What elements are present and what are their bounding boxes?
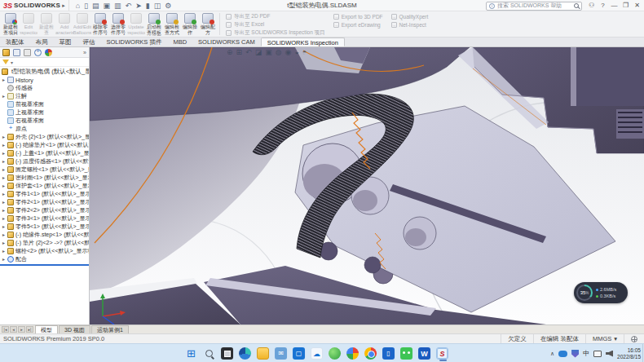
export-menu-item[interactable]: → Net-Inspect xyxy=(391,21,429,29)
save-icon[interactable]: ▣ xyxy=(104,2,111,10)
tab-scroll-icon[interactable]: ▸| xyxy=(26,326,33,333)
document-tab[interactable]: 3D 视图 xyxy=(59,325,90,333)
chrome-icon[interactable] xyxy=(364,347,377,360)
ribbon-tab[interactable]: 布局 xyxy=(30,38,54,46)
ime-language-indicator[interactable]: 中 xyxy=(583,349,589,358)
logo-expand-icon[interactable]: ▸ xyxy=(62,2,65,9)
close-icon[interactable]: ✕ xyxy=(632,1,642,11)
scene-settings-icon[interactable]: ◓ xyxy=(302,47,307,58)
export-menu-item[interactable]: → QualityXpert xyxy=(391,13,429,20)
tree-item[interactable]: ▸ (-) 垫片 (2)<2> ->? (默认<<默认> xyxy=(0,239,89,247)
configuration-manager-tab-icon[interactable] xyxy=(24,49,31,56)
ribbon-tab[interactable]: MBD xyxy=(167,38,192,46)
ribbon-tab[interactable]: SOLIDWORKS CAM xyxy=(192,38,261,46)
viewport-layout-icon[interactable]: ◫ xyxy=(154,2,161,10)
security-shield-icon[interactable] xyxy=(571,350,579,358)
assembly-root-node[interactable]: t型铠装热电偶 (默认<默认_显示状态-1>) xyxy=(0,67,89,76)
ribbon-button[interactable]: 选择零件序号 xyxy=(109,12,127,36)
export-menu-item[interactable]: → 导出至 2D PDF xyxy=(226,13,325,20)
ribbon-tab[interactable]: 装配体 xyxy=(0,38,30,46)
search-icon[interactable] xyxy=(574,3,579,8)
ribbon-button[interactable]: 启动检查模板编辑器 xyxy=(145,12,163,36)
feature-tree-tab-icon[interactable] xyxy=(2,49,10,56)
inspection-status-icon[interactable]: ▮ xyxy=(146,2,150,10)
view-orientation-icon[interactable]: ▣ xyxy=(265,47,272,58)
display-style-icon[interactable]: ◍ xyxy=(276,47,282,58)
select-arrow-icon[interactable]: ➤ xyxy=(135,2,142,10)
green-app-icon[interactable] xyxy=(329,347,341,360)
ribbon-button[interactable]: Edit Inspection Project xyxy=(20,12,37,36)
ribbon-tab[interactable]: 评估 xyxy=(77,38,101,46)
tree-item[interactable]: 右视基准面 xyxy=(0,117,89,125)
onedrive-icon[interactable]: ☁ xyxy=(311,347,323,360)
search-button[interactable] xyxy=(203,347,215,360)
tree-item[interactable]: ▸ 外壳 (2)<1> (默认<<默认>_显示状态 xyxy=(0,133,89,141)
edit-appearance-icon[interactable]: ◒ xyxy=(294,47,298,58)
mail-icon[interactable]: ✉ xyxy=(275,347,287,360)
restore-icon[interactable]: ❐ xyxy=(620,1,631,11)
tree-item[interactable]: ▸ 零件3<1> (默认<<默认>_显示状态 xyxy=(0,214,89,223)
speaker-tray-icon[interactable] xyxy=(606,351,613,357)
minimize-icon[interactable]: — xyxy=(609,1,620,11)
undo-icon[interactable]: ↶ xyxy=(126,2,132,10)
ribbon-button[interactable]: Update Inspection Project xyxy=(127,12,145,36)
tree-item[interactable]: ▸ (-) 上盖<1> (默认<<默认>_显示状态 xyxy=(0,149,89,157)
ribbon-tab[interactable]: SOLIDWORKS Inspection xyxy=(261,38,345,46)
ribbon-button[interactable]: 新建检查 xyxy=(37,12,55,36)
new-document-icon[interactable]: ▯ xyxy=(84,2,88,10)
tree-item[interactable]: ▸ 零件5<1> (默认<<默认>_显示状态 xyxy=(0,223,89,231)
ribbon-button[interactable]: 编辑检查方式 xyxy=(163,12,181,36)
file-explorer-icon[interactable] xyxy=(257,347,269,360)
zoom-area-icon[interactable]: ⊞ xyxy=(236,47,243,58)
tree-item[interactable]: ▸ 零件1<1> (默认<<默认>_显示状态 xyxy=(0,190,89,198)
store-icon[interactable]: ▢ xyxy=(293,347,305,360)
tree-item[interactable]: ▸ 注解 xyxy=(0,92,89,100)
more-tabs-icon[interactable]: » xyxy=(83,50,86,55)
start-button[interactable]: ⊞ xyxy=(185,347,197,360)
dimxpert-manager-tab-icon[interactable] xyxy=(34,49,42,56)
tree-item[interactable]: ▸ 零件2<1> (默认<<默认>_显示状态 xyxy=(0,198,89,206)
ribbon-button[interactable]: 新建检查项目 (amp;N) xyxy=(2,12,20,36)
units-selector[interactable]: MMGS ▾ xyxy=(585,334,624,343)
display-manager-tab-icon[interactable] xyxy=(45,49,52,56)
edge-icon[interactable] xyxy=(239,347,251,360)
ribbon-tab[interactable]: 草图 xyxy=(54,38,77,46)
previous-view-icon[interactable]: ↶ xyxy=(245,47,252,58)
user-login-icon[interactable]: ⚇ xyxy=(586,1,597,11)
document-tab[interactable]: 模型 xyxy=(35,325,58,333)
network-speed-widget[interactable]: 35% 2.6MB/s 0.3KB/s xyxy=(574,282,628,303)
tree-item[interactable]: ▸ 螺栓<2> (默认<<默认>_显示状态 xyxy=(0,247,89,255)
tree-item[interactable]: 上视基准面 xyxy=(0,108,89,117)
export-menu-item[interactable]: → Export eDrawing xyxy=(333,21,383,29)
ribbon-button[interactable]: 编辑操作 xyxy=(181,12,199,36)
tree-item[interactable]: ▸ 密封圈<1> (默认<<默认>_显示状态 xyxy=(0,174,89,182)
tree-item[interactable]: ▸ 保护套<1> (默认<<默认>_显示状态 xyxy=(0,182,89,190)
tree-item[interactable]: 传感器 xyxy=(0,84,89,92)
tree-item[interactable]: ▸ History xyxy=(0,76,89,84)
task-view-button[interactable] xyxy=(221,347,233,360)
export-menu-item[interactable]: → 导出至 SOLIDWORKS Inspection 项目 xyxy=(226,29,325,37)
clock[interactable]: 16:05 2022/8/15 xyxy=(617,347,641,360)
tree-item[interactable]: 原点 xyxy=(0,125,89,133)
media-app-icon[interactable] xyxy=(346,347,359,360)
section-view-icon[interactable]: ◪ xyxy=(255,47,262,58)
phone-link-icon[interactable]: ▯ xyxy=(382,347,395,360)
word-icon[interactable]: W xyxy=(418,347,430,360)
ribbon-button[interactable]: 编辑配方 xyxy=(199,12,217,36)
ribbon-button[interactable]: Add/Edit Balloons xyxy=(73,12,91,36)
tree-item[interactable]: ▸ 固定螺栓<1> (默认<<默认>_显示状 xyxy=(0,166,89,174)
ribbon-button[interactable]: 移除零件序号 xyxy=(91,12,109,36)
print-icon[interactable]: ▥ xyxy=(114,2,121,10)
options-gear-icon[interactable]: ⚙ xyxy=(165,2,171,10)
tray-chevron-icon[interactable]: ∧ xyxy=(550,351,554,357)
wechat-icon[interactable] xyxy=(400,347,412,360)
export-menu-item[interactable]: → Export to 3D PDF xyxy=(333,13,383,20)
tree-item[interactable]: ▸ 配合 xyxy=(0,255,89,263)
tag-globe-segment[interactable] xyxy=(624,334,644,343)
open-folder-icon[interactable]: ▤ xyxy=(92,2,99,10)
help-icon[interactable]: ? xyxy=(598,1,608,11)
tree-item[interactable]: ▸ 零件2<2> (默认<<默认>_显示状态 xyxy=(0,206,89,214)
search-input[interactable]: i 搜索 SOLIDWORKS 帮助 xyxy=(486,2,582,11)
tab-scroll-icon[interactable]: ▸ xyxy=(18,326,25,333)
keyboard-tray-icon[interactable] xyxy=(593,351,602,357)
